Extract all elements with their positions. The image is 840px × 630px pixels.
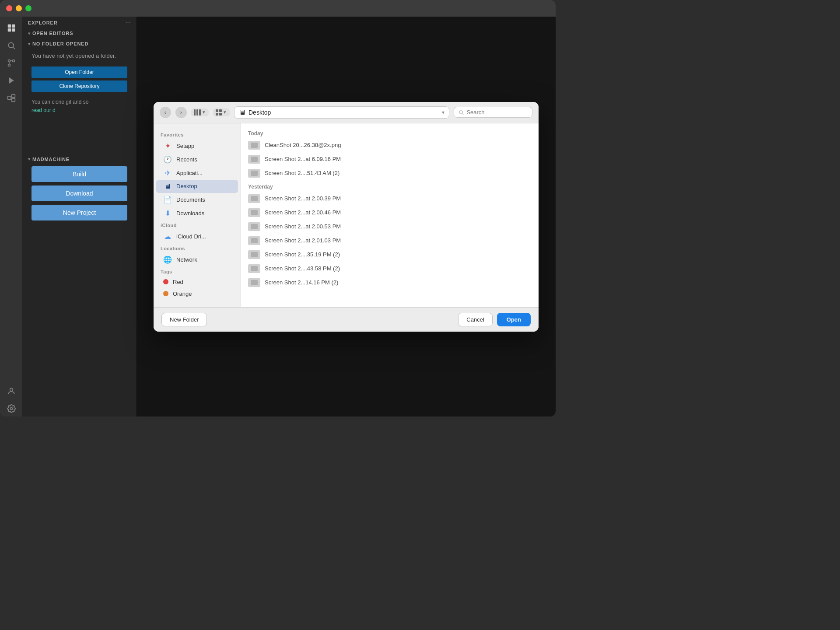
account-icon[interactable] xyxy=(4,383,19,399)
footer-right: Cancel Open xyxy=(458,313,531,326)
documents-icon: 📄 xyxy=(163,196,172,204)
svg-line-5 xyxy=(13,47,15,49)
file-name: Screen Shot 2....51.43 AM (2) xyxy=(265,170,340,176)
red-label: Red xyxy=(173,279,183,285)
location-bar[interactable]: 🖥 Desktop ▾ xyxy=(234,106,449,119)
new-folder-button[interactable]: New Folder xyxy=(161,313,207,326)
file-item[interactable]: Screen Shot 2...at 2.00.53 PM xyxy=(241,220,539,234)
sidebar-item-red[interactable]: Red xyxy=(156,276,238,288)
file-thumb xyxy=(248,236,260,245)
editor-area: New Untitled File ⌘ N ‹ › xyxy=(136,17,556,416)
file-thumb xyxy=(248,278,260,287)
file-name: Screen Shot 2...at 2.00.39 PM xyxy=(265,195,341,202)
svg-rect-20 xyxy=(216,113,218,116)
svg-point-22 xyxy=(459,110,462,113)
search-box xyxy=(454,107,532,118)
sidebar-item-orange[interactable]: Orange xyxy=(156,288,238,300)
applications-icon: ✈ xyxy=(163,169,172,177)
favorites-label: Favorites xyxy=(154,130,241,139)
run-icon[interactable] xyxy=(4,73,19,88)
sidebar-item-recents[interactable]: 🕐 Recents xyxy=(156,153,238,166)
dialog-toolbar: ‹ › ▾ xyxy=(154,102,539,123)
sidebar-item-documents[interactable]: 📄 Documents xyxy=(156,193,238,206)
read-our-link[interactable]: read our d xyxy=(32,107,56,113)
file-thumb xyxy=(248,141,260,150)
settings-icon[interactable] xyxy=(4,401,19,416)
svg-point-7 xyxy=(12,60,14,62)
file-item[interactable]: Screen Shot 2...at 6.09.16 PM xyxy=(241,152,539,166)
open-button[interactable]: Open xyxy=(497,313,531,326)
dialog-overlay: ‹ › ▾ xyxy=(136,17,556,416)
forward-button[interactable]: › xyxy=(175,107,187,118)
file-name: Screen Shot 2...14.16 PM (2) xyxy=(265,279,338,286)
file-item[interactable]: Screen Shot 2...at 2.00.46 PM xyxy=(241,206,539,220)
file-item[interactable]: Screen Shot 2...14.16 PM (2) xyxy=(241,276,539,290)
no-folder-label: NO FOLDER OPENED xyxy=(32,41,88,46)
red-tag-dot xyxy=(163,279,168,284)
sidebar-learn-text: You can clone git and so read our d xyxy=(23,94,136,118)
svg-rect-31 xyxy=(251,252,258,257)
file-open-dialog: ‹ › ▾ xyxy=(154,102,539,332)
location-folder-icon: 🖥 xyxy=(239,108,246,116)
file-thumb xyxy=(248,264,260,273)
no-folder-text: You have not yet opened a folder. xyxy=(23,48,136,64)
file-item[interactable]: Screen Shot 2...at 2.01.03 PM xyxy=(241,234,539,248)
sidebar-item-downloads[interactable]: ⬇ Downloads xyxy=(156,206,238,220)
open-editors-header[interactable]: ▾ OPEN EDITORS xyxy=(23,27,136,38)
file-name: Screen Shot 2....35.19 PM (2) xyxy=(265,251,340,258)
explorer-menu[interactable]: ··· xyxy=(126,20,131,25)
build-button[interactable]: Build xyxy=(32,166,127,182)
network-label: Network xyxy=(176,256,197,263)
maximize-button[interactable] xyxy=(25,5,32,11)
sidebar-item-network[interactable]: 🌐 Network xyxy=(156,253,238,266)
file-item[interactable]: Screen Shot 2...at 2.00.39 PM xyxy=(241,192,539,206)
desktop-label: Desktop xyxy=(176,183,197,189)
explorer-icon[interactable] xyxy=(4,20,19,36)
sidebar-item-applications[interactable]: ✈ Applicati... xyxy=(156,166,238,180)
svg-rect-15 xyxy=(194,109,196,116)
location-dropdown-icon: ▾ xyxy=(442,109,444,116)
file-thumb xyxy=(248,222,260,231)
madmachine-header[interactable]: ▾ MADMACHINE xyxy=(23,153,136,164)
dialog-body: Favorites ✦ Setapp 🕐 Recents ✈ xyxy=(154,123,539,307)
new-project-button[interactable]: New Project xyxy=(32,205,127,220)
recents-label: Recents xyxy=(176,156,197,163)
setapp-label: Setapp xyxy=(176,143,194,149)
file-item[interactable]: CleanShot 20...26.38@2x.png xyxy=(241,138,539,152)
sidebar-item-desktop[interactable]: 🖥 Desktop xyxy=(156,180,238,193)
download-button[interactable]: Download xyxy=(32,186,127,201)
search-icon[interactable] xyxy=(4,38,19,53)
no-folder-chevron: ▾ xyxy=(28,42,31,46)
title-bar xyxy=(0,0,556,17)
dialog-sidebar: Favorites ✦ Setapp 🕐 Recents ✈ xyxy=(154,123,241,307)
orange-tag-dot xyxy=(163,291,168,296)
back-button[interactable]: ‹ xyxy=(160,107,171,118)
file-name: Screen Shot 2...at 2.00.53 PM xyxy=(265,223,341,230)
svg-line-23 xyxy=(462,113,464,115)
close-button[interactable] xyxy=(6,5,12,11)
sidebar-item-icloud[interactable]: ☁ iCloud Dri... xyxy=(156,230,238,243)
file-item[interactable]: Screen Shot 2....35.19 PM (2) xyxy=(241,248,539,262)
explorer-header: EXPLORER ··· xyxy=(23,17,136,27)
file-item[interactable]: Screen Shot 2....51.43 AM (2) xyxy=(241,166,539,180)
view-columns-button[interactable]: ▾ xyxy=(191,108,209,116)
file-item[interactable]: Screen Shot 2....43.58 PM (2) xyxy=(241,262,539,276)
extensions-icon[interactable] xyxy=(4,90,19,106)
git-icon[interactable] xyxy=(4,55,19,71)
icloud-icon: ☁ xyxy=(163,232,172,241)
svg-rect-29 xyxy=(251,224,258,229)
file-name: Screen Shot 2....43.58 PM (2) xyxy=(265,265,340,272)
clone-repo-button[interactable]: Clone Repository xyxy=(32,80,127,92)
minimize-button[interactable] xyxy=(16,5,22,11)
svg-rect-18 xyxy=(216,109,218,112)
svg-rect-21 xyxy=(219,113,222,116)
svg-rect-16 xyxy=(196,109,198,116)
cancel-button[interactable]: Cancel xyxy=(458,313,492,326)
sidebar-item-setapp[interactable]: ✦ Setapp xyxy=(156,139,238,153)
dialog-footer: New Folder Cancel Open xyxy=(154,307,539,332)
open-folder-button[interactable]: Open Folder xyxy=(32,66,127,78)
no-folder-header[interactable]: ▾ NO FOLDER OPENED xyxy=(23,38,136,48)
open-editors-label: OPEN EDITORS xyxy=(32,31,73,36)
view-grid-button[interactable]: ▾ xyxy=(213,108,230,116)
search-input[interactable] xyxy=(466,109,528,116)
